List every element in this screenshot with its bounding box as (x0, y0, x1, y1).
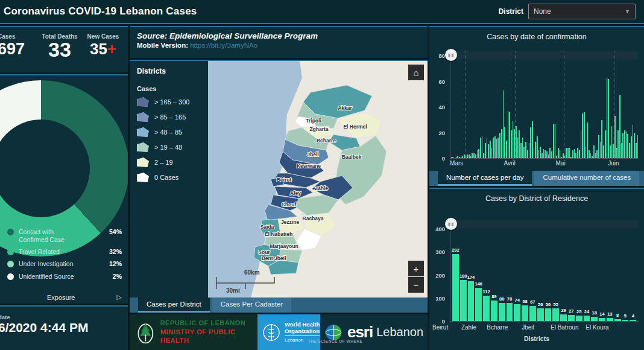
district-chart-plot[interactable]: ▮▮ 2921801741461128980787468675656552927… (450, 220, 638, 322)
exposure-legend-item[interactable]: Under Investigation12% (7, 260, 122, 268)
district-bar[interactable]: 18 (591, 317, 598, 321)
daily-bar[interactable] (538, 150, 540, 158)
daily-bar[interactable] (600, 142, 601, 158)
district-bar[interactable]: 56 (537, 308, 544, 321)
map-home-button[interactable]: ⌂ (408, 65, 424, 80)
daily-bar[interactable] (522, 138, 523, 158)
daily-bar[interactable] (570, 157, 572, 158)
district-bar[interactable]: 4 (630, 320, 636, 321)
daily-bar[interactable] (496, 139, 497, 158)
daily-bar[interactable] (587, 122, 588, 158)
daily-bar[interactable] (490, 141, 491, 159)
lebanon-choropleth-map[interactable]: AkkarTripoliZghartaEl HermelBcharreBaalb… (208, 61, 428, 298)
daily-chart-plot[interactable]: ▮▮ (450, 51, 638, 159)
daily-bar[interactable] (504, 127, 505, 158)
daily-bar[interactable] (456, 157, 457, 158)
district-bar[interactable]: 180 (460, 280, 467, 321)
daily-bar[interactable] (569, 148, 570, 158)
daily-bar[interactable] (459, 157, 460, 158)
daily-bar[interactable] (553, 124, 554, 158)
map-zoom-in-button[interactable]: + (408, 261, 424, 276)
district-area[interactable] (296, 195, 338, 215)
daily-bar[interactable] (513, 121, 514, 158)
district-bar[interactable]: 8 (614, 319, 621, 321)
daily-bar[interactable] (584, 112, 585, 158)
district-bar[interactable]: 24 (584, 316, 590, 321)
daily-bar[interactable] (556, 156, 557, 158)
daily-bar[interactable] (575, 153, 576, 158)
daily-bar[interactable] (506, 141, 507, 159)
daily-bar[interactable] (563, 153, 564, 158)
daily-bar[interactable] (519, 130, 520, 158)
district-bar[interactable]: 146 (475, 288, 482, 321)
daily-bar[interactable] (478, 149, 479, 158)
district-bar[interactable]: 89 (491, 301, 497, 321)
district-bar[interactable]: 25 (576, 316, 582, 321)
daily-bar[interactable] (560, 150, 561, 158)
daily-bar[interactable] (503, 91, 504, 158)
daily-bar[interactable] (499, 133, 500, 158)
daily-bar[interactable] (537, 136, 538, 158)
daily-bar[interactable] (543, 149, 545, 158)
district-bar[interactable]: 27 (568, 315, 575, 321)
daily-bar[interactable] (551, 151, 552, 158)
daily-bar[interactable] (485, 143, 486, 158)
daily-bar[interactable] (593, 145, 595, 158)
daily-bar[interactable] (629, 143, 630, 158)
next-chart-arrow-icon[interactable]: ▷ (117, 293, 122, 301)
daily-bar[interactable] (517, 138, 519, 158)
daily-bar[interactable] (464, 154, 465, 158)
daily-bar[interactable] (566, 148, 567, 158)
daily-bar[interactable] (631, 136, 632, 158)
daily-bar[interactable] (613, 144, 614, 158)
daily-bar[interactable] (511, 130, 512, 158)
daily-bar[interactable] (561, 157, 562, 158)
district-bar[interactable]: 29 (560, 314, 567, 321)
daily-bar[interactable] (497, 138, 499, 158)
daily-bar[interactable] (634, 133, 635, 158)
daily-bar[interactable] (577, 148, 578, 158)
daily-bar[interactable] (488, 144, 489, 158)
daily-bar[interactable] (501, 129, 502, 158)
daily-bar[interactable] (617, 130, 619, 158)
daily-bar[interactable] (548, 154, 549, 158)
daily-bar[interactable] (520, 143, 522, 158)
exposure-legend-item[interactable]: Unidentified Source2% (7, 273, 122, 281)
map-tab[interactable]: Cases Per Cadaster (212, 298, 292, 313)
daily-bar[interactable] (466, 156, 467, 158)
daily-bar[interactable] (616, 148, 617, 158)
daily-bar[interactable] (535, 142, 536, 158)
daily-bar[interactable] (596, 150, 598, 158)
daily-bar[interactable] (621, 143, 622, 158)
daily-bar[interactable] (627, 134, 628, 158)
daily-bar[interactable] (530, 127, 531, 158)
daily-bar[interactable] (532, 121, 533, 158)
daily-bar[interactable] (549, 148, 551, 158)
daily-bar[interactable] (541, 153, 543, 158)
daily-bar[interactable] (546, 151, 548, 158)
daily-bar[interactable] (624, 130, 625, 158)
daily-bar[interactable] (603, 145, 604, 158)
daily-bar[interactable] (493, 138, 494, 158)
daily-chart-tab[interactable]: Cumulative number of cases (534, 171, 639, 186)
daily-chart-tab[interactable]: Number of cases per day (438, 171, 532, 186)
daily-bar[interactable] (473, 153, 475, 158)
district-bar[interactable]: 14 (599, 318, 605, 321)
district-bar[interactable]: 80 (499, 303, 505, 321)
map[interactable]: AkkarTripoliZghartaEl HermelBcharreBaalb… (208, 61, 428, 313)
daily-bar[interactable] (586, 147, 587, 158)
daily-bar[interactable] (516, 126, 517, 158)
daily-bar[interactable] (592, 156, 593, 158)
daily-bar[interactable] (527, 150, 528, 158)
daily-bar[interactable] (491, 148, 493, 158)
daily-bar[interactable] (595, 153, 596, 158)
daily-bar[interactable] (509, 112, 510, 158)
daily-bar[interactable] (487, 138, 488, 158)
district-bar[interactable]: 174 (468, 281, 475, 321)
daily-bar[interactable] (572, 150, 573, 158)
daily-bar[interactable] (467, 154, 468, 158)
map-tab[interactable]: Cases per District (138, 298, 210, 313)
daily-bar[interactable] (574, 149, 575, 158)
daily-bar[interactable] (610, 145, 611, 158)
district-select[interactable]: None ▼ (528, 4, 636, 19)
